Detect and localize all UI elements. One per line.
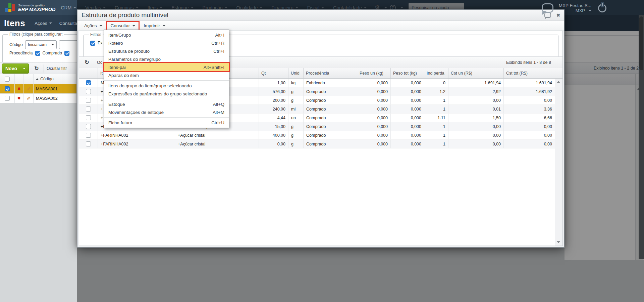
menu-item-itens-pai[interactable]: Itens-paiAlt+Shift+I bbox=[104, 63, 229, 71]
cell-peso_un: 0,000 bbox=[357, 105, 391, 113]
menu-item-par-metros-do-item-grupo[interactable]: Parâmetros do item/grupo bbox=[104, 55, 229, 63]
novo-button[interactable]: Novo bbox=[2, 63, 29, 74]
modal-filter-checkbox[interactable] bbox=[90, 41, 95, 46]
modal-ocultar-button[interactable]: Oc bbox=[97, 60, 102, 65]
modal-refresh-button[interactable]: ↻ bbox=[83, 58, 91, 67]
modal-menu-acoes[interactable]: Ações bbox=[81, 22, 106, 30]
item-row[interactable]: ✖✎MASSA001 bbox=[0, 84, 77, 94]
modal-filters-legend: Filtros bbox=[89, 32, 103, 37]
codigo-operator-select[interactable]: Inicia com bbox=[25, 40, 57, 49]
account-menu[interactable]: MXP bbox=[559, 8, 591, 13]
column-header-Cst tot (R$)[interactable]: Cst tot (R$) bbox=[504, 68, 555, 78]
delete-icon[interactable]: ✖ bbox=[17, 96, 20, 100]
cell-proc: Comprado bbox=[304, 105, 357, 113]
menu-item-label: Estoque bbox=[108, 102, 125, 107]
row-checkbox[interactable] bbox=[5, 86, 10, 91]
app-logo[interactable]: Sistema de gestão ERP MAXIPROD bbox=[0, 3, 55, 12]
menu-item-item-grupo[interactable]: Item/GrupoAlt+I bbox=[104, 31, 229, 39]
row-checkbox[interactable] bbox=[86, 141, 91, 146]
menu-item-shortcut: Alt+M bbox=[213, 110, 224, 115]
cell-peso_tot: 0,000 bbox=[391, 140, 424, 148]
row-checkbox[interactable] bbox=[86, 98, 91, 103]
column-header-Unid[interactable]: Unid bbox=[288, 68, 304, 78]
comprado-label: Comprado bbox=[43, 51, 62, 55]
page-menu-acoes[interactable]: Ações bbox=[35, 21, 52, 26]
edit-pencil-icon[interactable]: ✎ bbox=[26, 96, 31, 101]
cell-ind: 1 bbox=[424, 140, 448, 148]
ocultar-filtros-button[interactable]: Ocultar filtr bbox=[47, 66, 67, 71]
select-all-checkbox[interactable] bbox=[5, 77, 10, 82]
chat-bubble-icon[interactable] bbox=[542, 3, 553, 13]
logout-power-icon[interactable] bbox=[598, 4, 606, 12]
menu-item-aparas-do-item[interactable]: Aparas do item bbox=[104, 71, 229, 79]
column-header-col0[interactable] bbox=[79, 68, 98, 78]
sort-asc-icon bbox=[36, 78, 39, 80]
bom-grid-scrollbar[interactable] bbox=[555, 79, 562, 246]
itens-grid-header: Código bbox=[0, 74, 77, 84]
column-header-Ind perda[interactable]: Ind perda bbox=[424, 68, 448, 78]
column-header-Procedência[interactable]: Procedência bbox=[304, 68, 357, 78]
itens-grid-body: ✖✎MASSA001✖✎MASSA002 bbox=[0, 84, 77, 103]
modal-title: Estrutura de produto multinível bbox=[82, 11, 168, 19]
row-checkbox-cell bbox=[79, 79, 98, 87]
modal-filter-label: Ex bbox=[98, 41, 103, 45]
menu-item-shortcut: Alt+I bbox=[215, 33, 224, 38]
modal-menu-consultar[interactable]: Consultar bbox=[107, 22, 139, 30]
row-checkbox[interactable] bbox=[86, 115, 91, 120]
filters-legend: Filtros (clique para configurar: bbox=[8, 32, 64, 37]
comprado-checkbox[interactable] bbox=[35, 51, 40, 56]
row-checkbox[interactable] bbox=[86, 106, 91, 112]
account-name[interactable]: MXP Festas S... bbox=[559, 3, 591, 8]
row-checkbox[interactable] bbox=[5, 96, 10, 101]
row-checkbox-cell bbox=[79, 122, 98, 131]
cell-qt: 576,00 bbox=[259, 87, 288, 96]
column-header-Cst un (R$)[interactable]: Cst un (R$) bbox=[448, 68, 504, 78]
column-header-Qt[interactable]: Qt bbox=[259, 68, 288, 78]
row-checkbox-cell bbox=[0, 84, 15, 93]
menu-item-shortcut: Ctrl+U bbox=[211, 120, 224, 125]
cell-peso_un: 0,000 bbox=[357, 87, 391, 96]
menu-item-itens-do-grupo-do-item-grupo-selecionado[interactable]: Itens do grupo do item/grupo selecionado bbox=[104, 82, 229, 90]
cell-ind: 1 bbox=[424, 131, 448, 139]
delete-icon[interactable]: ✖ bbox=[17, 87, 20, 91]
edit-pencil-icon[interactable]: ✎ bbox=[26, 86, 31, 92]
menu-item-estrutura-de-produto[interactable]: Estrutura de produtoCtrl+I bbox=[104, 47, 229, 55]
menu-item-shortcut: Ctrl+R bbox=[211, 41, 224, 46]
menu-item-movimenta-es-de-estoque[interactable]: Movimentações de estoqueAlt+M bbox=[104, 108, 229, 116]
menu-item-express-es-de-par-metros-do-grupo-selecionado[interactable]: Expressões de parâmetros do grupo seleci… bbox=[104, 90, 229, 98]
row-checkbox[interactable] bbox=[86, 80, 91, 85]
page-menu-consultar[interactable]: Consulta bbox=[59, 21, 77, 26]
cell-peso_un: 0,000 bbox=[357, 79, 391, 87]
itens-grid: Código ✖✎MASSA001✖✎MASSA002 bbox=[0, 74, 77, 103]
row-checkbox[interactable] bbox=[86, 124, 91, 129]
bom-row[interactable]: +FARINHA002+Açúcar cristal0,00gComprado0… bbox=[79, 140, 555, 148]
cell-qt: 15,00 bbox=[259, 122, 288, 131]
row-checkbox[interactable] bbox=[86, 133, 91, 138]
menu-item-roteiro[interactable]: RoteiroCtrl+R bbox=[104, 39, 229, 47]
item-row[interactable]: ✖✎MASSA002 bbox=[0, 94, 77, 103]
cell-cst_un: 1,50 bbox=[448, 114, 504, 122]
refresh-button[interactable]: ↻ bbox=[32, 64, 41, 73]
cell-qt: 1,00 bbox=[259, 79, 288, 87]
row-checkbox[interactable] bbox=[86, 89, 91, 94]
cell-peso_un: 0,000 bbox=[357, 131, 391, 139]
nav-menu-crm[interactable]: CRM bbox=[61, 5, 76, 10]
cell-cst_un: 0,00 bbox=[448, 96, 504, 104]
scroll-down-icon bbox=[557, 241, 560, 243]
cell-peso_tot: 0,000 bbox=[391, 79, 424, 87]
menu-item-shortcut: Ctrl+I bbox=[213, 49, 224, 54]
row-checkbox-cell bbox=[79, 140, 98, 148]
edit-cell: ✎ bbox=[23, 94, 34, 103]
column-header-Peso tot (kg)[interactable]: Peso tot (kg) bbox=[391, 68, 424, 78]
cell-unid: kg bbox=[288, 79, 304, 87]
scroll-up-icon bbox=[557, 81, 560, 83]
column-header-spacer bbox=[555, 68, 562, 78]
bom-row[interactable]: +FARINHA002+Açúcar cristal400,00gComprad… bbox=[79, 131, 555, 140]
fabricado-checkbox[interactable] bbox=[64, 51, 69, 56]
codigo-column-header[interactable]: Código bbox=[34, 74, 77, 84]
cell-ind: 1.11 bbox=[424, 114, 448, 122]
column-header-Peso un (kg)[interactable]: Peso un (kg) bbox=[357, 68, 391, 78]
menu-item-ficha-futura[interactable]: Ficha futuraCtrl+U bbox=[104, 119, 229, 127]
modal-menu-imprimir[interactable]: Imprimir bbox=[140, 22, 169, 30]
menu-item-estoque[interactable]: EstoqueAlt+Q bbox=[104, 100, 229, 108]
